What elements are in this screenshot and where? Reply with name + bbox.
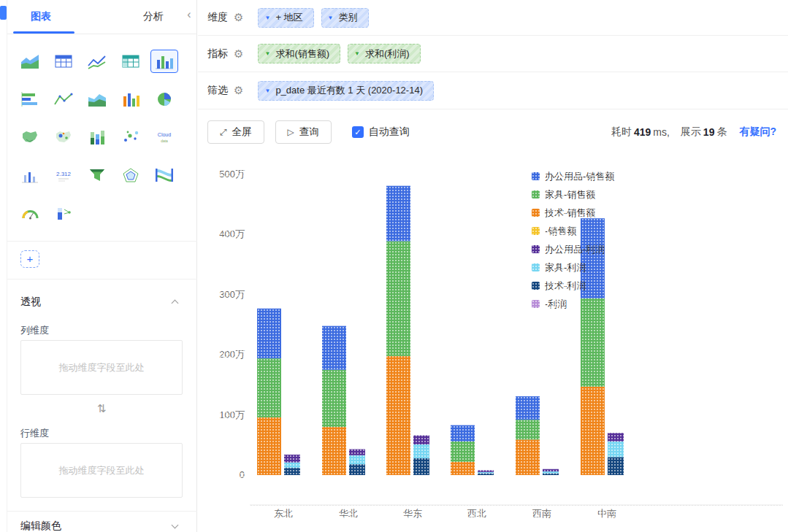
caret-down-icon[interactable]: ▼ bbox=[354, 50, 360, 57]
bar-segment-办公用品-销售额[interactable] bbox=[516, 396, 540, 420]
legend-swatch[interactable] bbox=[532, 172, 540, 180]
chart-type-funnel-chart-icon[interactable] bbox=[83, 163, 111, 187]
dimension-pill[interactable]: ▼+ 地区 bbox=[258, 8, 313, 28]
chart-type-bar-chart-icon[interactable] bbox=[150, 50, 178, 73]
legend-label[interactable]: -销售额 bbox=[545, 225, 576, 236]
bar-segment-家具-利润[interactable] bbox=[349, 455, 365, 464]
expand-color-icon[interactable] bbox=[172, 522, 179, 529]
legend-swatch[interactable] bbox=[532, 209, 540, 217]
bar-segment-技术-利润[interactable] bbox=[349, 464, 365, 475]
legend-label[interactable]: 技术-销售额 bbox=[544, 207, 595, 218]
chart-type-area-chart-icon[interactable] bbox=[16, 50, 44, 73]
metric-pill[interactable]: ▼求和(利润) bbox=[348, 44, 421, 63]
legend-swatch[interactable] bbox=[532, 263, 540, 271]
chart-type-table-icon[interactable] bbox=[50, 50, 77, 73]
auto-query-toggle[interactable]: ✓ 自动查询 bbox=[352, 126, 410, 139]
caret-down-icon[interactable]: ▼ bbox=[264, 50, 270, 57]
caret-down-icon[interactable]: ▼ bbox=[264, 15, 270, 21]
legend-swatch[interactable] bbox=[532, 227, 540, 235]
bar-segment-办公用品-利润[interactable] bbox=[478, 470, 494, 471]
bar-segment-家具-销售额[interactable] bbox=[386, 241, 410, 355]
collapse-panel-icon[interactable]: ‹ bbox=[184, 8, 194, 21]
row-dimension-dropzone[interactable]: 拖动维度字段至此处 bbox=[20, 443, 183, 498]
chart-type-line-chart-icon[interactable] bbox=[83, 50, 111, 73]
bar-segment-家具-销售额[interactable] bbox=[581, 298, 605, 387]
bar-segment-办公用品-利润[interactable] bbox=[284, 455, 300, 463]
legend-swatch[interactable] bbox=[532, 300, 540, 308]
chart-type-pie-chart-icon[interactable] bbox=[150, 88, 178, 111]
bar-segment-办公用品-利润[interactable] bbox=[349, 450, 365, 455]
chart-type-progress-chart-icon[interactable] bbox=[50, 201, 77, 225]
legend-label[interactable]: 家具-利润 bbox=[545, 262, 586, 273]
chart-type-map-chart-icon[interactable] bbox=[16, 126, 44, 149]
chart-type-colorful-bar-chart-icon[interactable] bbox=[117, 88, 145, 111]
bar-segment-技术-销售额[interactable] bbox=[322, 427, 346, 475]
bar-segment-办公用品-利润[interactable] bbox=[608, 433, 624, 442]
collapse-pivot-icon[interactable] bbox=[172, 300, 179, 307]
chart-type-scatter-chart-icon[interactable] bbox=[117, 126, 145, 149]
chart-type-bubble-map-chart-icon[interactable] bbox=[50, 126, 77, 149]
bar-segment-办公用品-销售额[interactable] bbox=[257, 309, 281, 358]
bar-segment-技术-销售额[interactable] bbox=[581, 387, 605, 475]
dimension-pill[interactable]: ▼类别 bbox=[321, 8, 369, 28]
gear-icon[interactable]: ⚙ bbox=[234, 84, 243, 97]
chart-type-sankey-chart-icon[interactable] bbox=[150, 163, 178, 187]
bar-segment-技术-销售额[interactable] bbox=[257, 417, 281, 475]
chart-type-kpi-card-icon[interactable]: 2.312 bbox=[50, 163, 77, 187]
column-dimension-dropzone[interactable]: 拖动维度字段至此处 bbox=[20, 340, 183, 395]
bar-segment-办公用品-利润[interactable] bbox=[413, 436, 429, 444]
gear-icon[interactable]: ⚙ bbox=[234, 11, 243, 24]
bar-segment-技术-利润[interactable] bbox=[413, 458, 429, 475]
bar-segment-技术-利润[interactable] bbox=[478, 474, 494, 475]
chart-type-gauge-chart-icon[interactable] bbox=[16, 201, 44, 225]
bar-segment-家具-利润[interactable] bbox=[478, 472, 494, 474]
chart-type-horizontal-bar-chart-icon[interactable] bbox=[16, 88, 44, 111]
gear-icon[interactable]: ⚙ bbox=[234, 47, 243, 61]
bar-segment-家具-销售额[interactable] bbox=[451, 442, 475, 462]
chart-type-word-cloud-icon[interactable]: Clouddata bbox=[150, 126, 178, 149]
chart-type-stacked-area-chart-icon[interactable] bbox=[83, 88, 111, 111]
bar-segment-家具-销售额[interactable] bbox=[322, 370, 346, 427]
bar-segment-家具-利润[interactable] bbox=[608, 442, 624, 457]
bar-segment-办公用品-销售额[interactable] bbox=[386, 186, 410, 242]
legend-swatch[interactable] bbox=[532, 190, 540, 198]
chart-type-radar-chart-icon[interactable] bbox=[117, 163, 145, 187]
fullscreen-button[interactable]: ⤢ 全屏 bbox=[207, 120, 264, 144]
bar-segment-办公用品-销售额[interactable] bbox=[451, 425, 475, 442]
bar-segment-家具-利润[interactable] bbox=[284, 463, 300, 468]
legend-label[interactable]: 家具-销售额 bbox=[545, 189, 595, 200]
tab-charts[interactable]: 图表 bbox=[31, 10, 51, 23]
legend-swatch[interactable] bbox=[532, 245, 540, 253]
bar-segment-办公用品-销售额[interactable] bbox=[322, 326, 346, 370]
filter-pill[interactable]: ▼p_date 最近有数 1 天 (2020-12-14) bbox=[258, 81, 434, 101]
bar-segment-技术-销售额[interactable] bbox=[516, 439, 540, 475]
bar-segment-技术-利润[interactable] bbox=[284, 468, 300, 475]
bar-segment-办公用品-利润[interactable] bbox=[543, 469, 559, 471]
tab-analysis[interactable]: 分析 bbox=[143, 10, 164, 23]
bar-segment-技术-利润[interactable] bbox=[543, 474, 559, 475]
checkbox-checked-icon[interactable]: ✓ bbox=[352, 126, 364, 138]
chart-type-mini-bar-chart-icon[interactable] bbox=[16, 163, 44, 187]
legend-swatch[interactable] bbox=[532, 282, 540, 290]
legend-label[interactable]: -利润 bbox=[545, 298, 567, 309]
swap-dimensions-icon[interactable]: ⇅ bbox=[7, 402, 196, 415]
query-button[interactable]: ▷ 查询 bbox=[275, 120, 332, 144]
metric-pill[interactable]: ▼求和(销售额) bbox=[258, 44, 340, 63]
caret-down-icon[interactable]: ▼ bbox=[264, 88, 270, 94]
bar-segment-家具-销售额[interactable] bbox=[257, 358, 281, 417]
chart-type-stacked-bar-chart-icon[interactable] bbox=[83, 126, 111, 149]
bar-segment-技术-销售额[interactable] bbox=[451, 462, 475, 475]
legend-label[interactable]: 办公用品-销售额 bbox=[545, 171, 614, 182]
bar-segment-家具-利润[interactable] bbox=[413, 444, 429, 458]
bar-segment-技术-利润[interactable] bbox=[608, 457, 624, 475]
question-link[interactable]: 有疑问? bbox=[739, 126, 776, 139]
bar-segment-家具-销售额[interactable] bbox=[516, 420, 540, 439]
chart-type-multi-line-chart-icon[interactable] bbox=[50, 88, 77, 111]
caret-down-icon[interactable]: ▼ bbox=[328, 15, 334, 21]
legend-label[interactable]: 技术-利润 bbox=[544, 280, 586, 291]
add-chart-type-button[interactable]: + bbox=[20, 250, 39, 268]
chart-type-crosstab-icon[interactable] bbox=[117, 50, 145, 73]
bar-segment-家具-利润[interactable] bbox=[543, 471, 559, 473]
bar-segment-技术-销售额[interactable] bbox=[386, 356, 410, 475]
legend-label[interactable]: 办公用品-利润 bbox=[545, 244, 605, 255]
